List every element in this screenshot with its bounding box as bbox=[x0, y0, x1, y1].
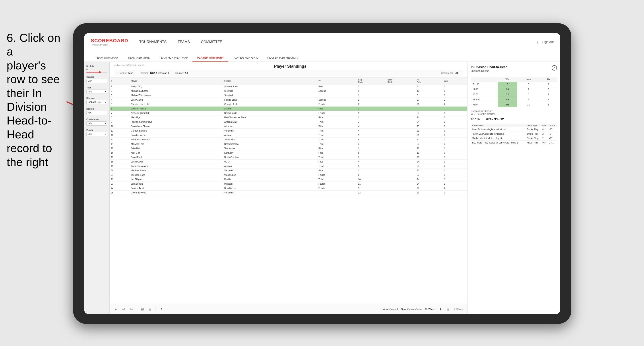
nav-teams[interactable]: TEAMS bbox=[178, 39, 190, 45]
cell-win: 1 bbox=[443, 84, 467, 89]
table-row[interactable]: 13 Phichakun Maichon Texas A&M Third 6 3… bbox=[110, 138, 467, 142]
h2h-range: 11-25 bbox=[471, 87, 498, 92]
sub-nav-player-h2h-grid[interactable]: PLAYER H2H GRID bbox=[228, 54, 263, 62]
table-row[interactable]: 11 Gordon Sargent Vanderbilt Third 4 21 … bbox=[110, 129, 467, 133]
table-row[interactable]: 7 Nicholas Gabrelcik North Florida Fourt… bbox=[110, 111, 467, 115]
sub-nav-team-h2h-heatmap[interactable]: TEAM H2H HEATMAP bbox=[154, 54, 192, 62]
cell-player: Christo Lamprecht bbox=[130, 102, 223, 107]
cell-win: 0 bbox=[443, 142, 467, 146]
sub-nav-player-h2h-heatmap[interactable]: PLAYER H2H HEATMAP bbox=[263, 54, 304, 62]
year-label: Year bbox=[86, 86, 107, 89]
cell-conf-rank bbox=[386, 89, 416, 93]
cell-reg-rank: 2 bbox=[357, 102, 386, 107]
cell-school: Ole Miss bbox=[223, 89, 317, 93]
col-school: School bbox=[223, 78, 317, 84]
save-custom-btn[interactable]: Save Custom View bbox=[401, 308, 422, 310]
cell-win: 1 bbox=[443, 111, 467, 115]
cell-win: 2 bbox=[443, 115, 467, 120]
h2h-win: 22 bbox=[498, 92, 517, 97]
sidebar-region: Region N/A bbox=[86, 108, 107, 115]
sub-nav-team-summary[interactable]: TEAM SUMMARY bbox=[91, 54, 123, 62]
cell-school: Washington bbox=[223, 173, 317, 177]
cell-player: Bastien Amat bbox=[130, 186, 223, 190]
table-row[interactable]: 22 Ian Gilligan Florida Third 10 24 1 bbox=[110, 177, 467, 182]
table-row[interactable]: 14 Maxwell Ford North Carolina Third 3 2… bbox=[110, 142, 467, 146]
forward-btn[interactable]: ↪ bbox=[129, 306, 133, 312]
t-name: Fallen Oak Collegiate Invitational bbox=[471, 132, 526, 136]
table-row[interactable]: 20 Matthew Riedel Vanderbilt Fifth 1 23 … bbox=[110, 169, 467, 173]
paste-btn[interactable]: ⊟ bbox=[148, 306, 152, 312]
table-row[interactable]: 1 Wenyi Ding Arizona State First 1 8 1 bbox=[110, 84, 467, 89]
table-row[interactable]: 16 Alex Goff Kentucky Fifth 8 19 0 bbox=[110, 151, 467, 155]
refresh-btn[interactable]: ↺ bbox=[159, 306, 163, 312]
cell-school: Georgia Tech bbox=[223, 102, 317, 107]
cell-no-rds: 24 bbox=[416, 160, 443, 164]
cell-no-rds: 21 bbox=[416, 129, 443, 133]
table-row[interactable]: 21 Taehoon Song Washington Fourth 6 23 1 bbox=[110, 173, 467, 177]
h2h-range: Top 10 bbox=[471, 82, 498, 87]
table-row[interactable]: 9 Preston Summerhays Arizona State Third… bbox=[110, 120, 467, 124]
nav-tournaments[interactable]: TOURNAMENTS bbox=[139, 39, 166, 45]
tournament-row: SEC Match Play hosted by Jerry Pate Roun… bbox=[471, 141, 557, 145]
grid-btn[interactable]: ⊞ bbox=[446, 306, 450, 312]
conference-filter[interactable]: (All) ▾ bbox=[86, 121, 107, 126]
cell-school: Arkansas bbox=[223, 124, 317, 129]
cell-no-rds: 30 bbox=[416, 138, 443, 142]
cell-yr bbox=[317, 93, 357, 98]
redo-btn[interactable]: ↩ bbox=[122, 306, 126, 312]
tablet-frame: SCOREBOARD Powered by clippi TOURNAMENTS… bbox=[73, 23, 571, 324]
table-row[interactable]: 15 Jake Hall Tennessee Fifth 1 28 1 bbox=[110, 146, 467, 151]
share-btn[interactable]: ↗ Share bbox=[454, 308, 463, 311]
table-row[interactable]: 6 Jackson Koivun Auburn First 1 bbox=[110, 107, 467, 111]
table-row[interactable]: 24 Bastien Amat New Mexico Fourth 1 27 2 bbox=[110, 186, 467, 190]
cell-school: Florida bbox=[223, 177, 317, 182]
division-filter[interactable]: NCAA Division I ▾ bbox=[86, 100, 107, 104]
undo-btn[interactable]: ↩ bbox=[114, 306, 118, 312]
table-row[interactable]: 2 Michael La Sasso Ole Miss Second 1 19 … bbox=[110, 89, 467, 93]
close-h2h-btn[interactable]: ✕ bbox=[552, 65, 557, 71]
h2h-win: 8 bbox=[498, 82, 517, 87]
table-row[interactable]: 8 Mats Ege East Tennessee State Fifth 1 … bbox=[110, 115, 467, 120]
h2h-tie: 3 bbox=[540, 97, 557, 102]
cell-school: Texas A&M bbox=[223, 138, 317, 142]
table-row[interactable]: 18 Luke Powell UCLA First 4 24 1 bbox=[110, 160, 467, 164]
cell-no-rds: 23 bbox=[416, 164, 443, 169]
cell-num: 8 bbox=[110, 115, 130, 120]
table-row[interactable]: 3 Michael Thorbjornsen Stanford 1 8 1 bbox=[110, 93, 467, 98]
h2h-col-win: Win bbox=[498, 77, 517, 82]
cell-yr: Third bbox=[317, 129, 357, 133]
cell-no-rds: 8 bbox=[416, 93, 443, 98]
standings-title: Player Standings bbox=[274, 64, 306, 69]
table-header-row: # Player School Yr RegRank ConfRank No.R… bbox=[110, 78, 467, 84]
cell-player: Taehoon Song bbox=[130, 173, 223, 177]
table-row[interactable]: 10 Jacob Mou-Olesen Arkansas Fifth 4 23 … bbox=[110, 124, 467, 129]
nav-committee[interactable]: COMMITTEE bbox=[201, 39, 222, 45]
table-row[interactable]: 4 Luke Claton Florida State Second 1 27 … bbox=[110, 98, 467, 102]
t-score: 18-1 bbox=[548, 141, 557, 145]
h2h-title: In Division Head-to-Head bbox=[471, 65, 508, 69]
cell-school: Vanderbilt bbox=[223, 129, 317, 133]
cell-num: 10 bbox=[110, 124, 130, 129]
cell-reg-rank: 1 bbox=[357, 115, 386, 120]
watch-btn[interactable]: 👁 Watch bbox=[425, 308, 435, 310]
copy-btn[interactable]: ⊞ bbox=[140, 306, 144, 312]
sign-out-link[interactable]: Sign out bbox=[542, 40, 554, 44]
table-row[interactable]: 17 David Ford North Carolina Third 1 21 … bbox=[110, 155, 467, 160]
col-win: Win bbox=[443, 78, 467, 84]
table-row[interactable]: 23 Jack Lundin Missouri Fourth 11 24 1 bbox=[110, 182, 467, 186]
download-btn[interactable]: ⬇ bbox=[438, 306, 443, 312]
no-rds-slider[interactable] bbox=[86, 72, 107, 72]
sub-nav-team-h2h-grid[interactable]: TEAM H2H GRID bbox=[123, 54, 154, 62]
table-row[interactable]: 19 Tiger Christensen Arizona Third 8 23 … bbox=[110, 164, 467, 169]
sub-nav-player-summary[interactable]: PLAYER SUMMARY bbox=[192, 54, 228, 62]
view-original-btn[interactable]: View: Original bbox=[383, 308, 398, 310]
table-row[interactable]: 12 Brendan Valdes Auburn Third 1 21 0 bbox=[110, 133, 467, 138]
table-row[interactable]: 25 Cole Sherwood Vanderbilt 12 23 1 bbox=[110, 190, 467, 195]
region-filter[interactable]: N/A bbox=[86, 111, 107, 115]
table-row[interactable]: 5 Christo Lamprecht Georgia Tech Fourth … bbox=[110, 102, 467, 107]
h2h-win: 46 bbox=[498, 97, 517, 102]
player-filter[interactable]: (All) ▾ bbox=[86, 132, 107, 136]
year-filter[interactable]: (All) ▾ bbox=[86, 90, 107, 94]
gender-filter[interactable]: Men bbox=[86, 79, 107, 83]
cell-reg-rank: 1 bbox=[357, 169, 386, 173]
